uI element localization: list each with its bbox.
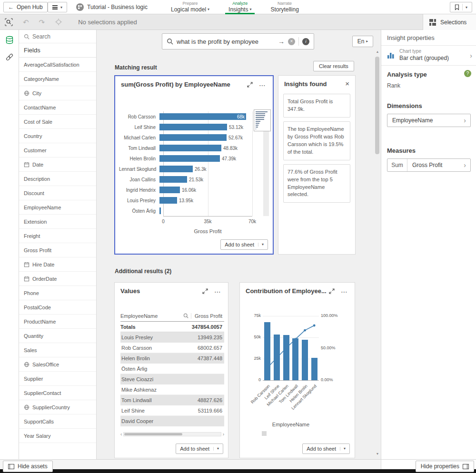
field-item[interactable]: Gross Profit [19, 243, 96, 257]
link-icon[interactable] [5, 53, 14, 61]
field-item[interactable]: ContactName [19, 100, 96, 115]
field-item[interactable]: Discount [19, 186, 96, 200]
bar[interactable] [159, 166, 193, 172]
field-item[interactable]: Customer [19, 143, 96, 158]
result-chart-card[interactable]: sum(Gross Profit) by EmployeeName ⋯ Rob … [114, 75, 274, 255]
field-item[interactable]: EmployeeName [19, 200, 96, 215]
field-item[interactable]: Extension [19, 215, 96, 229]
scrollbar-thumb[interactable] [375, 57, 379, 154]
bar[interactable] [159, 176, 187, 183]
tab-prepare[interactable]: Prepare Logical model▾ [168, 0, 213, 14]
table-row[interactable]: Louis Presley13949.235 [120, 332, 224, 343]
bar[interactable] [159, 187, 180, 193]
field-item[interactable]: SupportCalls [19, 414, 96, 429]
scroll-down-icon[interactable]: ▼ [375, 452, 380, 455]
scroll-right-icon[interactable]: › [223, 432, 224, 437]
field-item[interactable]: CategoryName [19, 72, 96, 86]
info-icon[interactable]: i [302, 38, 309, 45]
bar[interactable] [159, 155, 220, 162]
step-forward-icon[interactable]: ↷ [39, 19, 45, 26]
field-item[interactable]: SupplierCountry [19, 400, 96, 414]
field-item[interactable]: Sales [19, 343, 96, 357]
submit-arrow-icon[interactable]: → [278, 38, 285, 45]
field-item[interactable]: SalesOffice [19, 357, 96, 372]
table-row[interactable]: Steve Cioazzi [120, 374, 224, 384]
field-item[interactable]: Date [19, 158, 96, 172]
table-row[interactable]: David Cooper [120, 416, 224, 426]
assets-search-input[interactable] [32, 33, 91, 40]
app-info[interactable]: Tutorial - Business logic [76, 0, 148, 14]
insight-card[interactable]: The top EmployeeName by Gross Profit was… [283, 121, 350, 160]
bar[interactable] [159, 145, 221, 151]
horizontal-scrollbar[interactable]: ‹ › [120, 431, 224, 437]
field-item[interactable]: Cost of Sale [19, 115, 96, 129]
field-item[interactable]: PostalCode [19, 300, 96, 315]
add-to-sheet-button[interactable]: Add to sheet ▾ [302, 443, 350, 454]
scroll-left-icon[interactable]: ‹ [120, 432, 122, 437]
more-menu-icon[interactable]: ⋯ [259, 82, 266, 89]
field-item[interactable]: Year Salary [19, 429, 96, 443]
more-menu-icon[interactable]: ⋯ [214, 288, 221, 295]
smart-search-icon[interactable] [5, 18, 13, 26]
expand-icon[interactable] [329, 288, 335, 294]
selections-toggle[interactable]: Selections [423, 14, 476, 30]
language-button[interactable]: En ▸ [352, 36, 373, 47]
clear-results-button[interactable]: Clear results [313, 61, 354, 71]
clear-search-icon[interactable]: × [288, 38, 295, 45]
step-back-icon[interactable]: ↶ [23, 19, 29, 26]
field-item[interactable]: City [19, 86, 96, 100]
tab-analyze[interactable]: Analyze Insights▾ [225, 0, 255, 14]
bar[interactable] [159, 124, 227, 130]
field-item[interactable]: Hire Date [19, 257, 96, 272]
field-item[interactable]: OrderDate [19, 272, 96, 286]
legend-swatch[interactable] [262, 431, 267, 436]
close-icon[interactable]: × [345, 80, 349, 87]
table-row[interactable]: Mike Ashkenaz [120, 384, 224, 395]
field-item[interactable]: Quantity [19, 329, 96, 343]
bar[interactable] [159, 134, 227, 141]
measure-field[interactable]: Sum Gross Profit › [387, 158, 471, 172]
field-item[interactable]: SupplierContact [19, 386, 96, 400]
contribution-chart-card[interactable]: Contribution of Employee... ⋯ EmployeeNa… [239, 282, 355, 458]
fields-section-title[interactable]: Fields [19, 43, 96, 58]
vertical-scrollbar[interactable]: ▲ ▼ [375, 50, 380, 455]
table-row[interactable]: Tom Lindwall48827.626 [120, 395, 224, 405]
scrollbar-track[interactable] [123, 432, 221, 436]
add-to-sheet-button[interactable]: Add to sheet ▾ [220, 239, 268, 250]
help-icon[interactable]: ? [464, 70, 471, 77]
values-table-card[interactable]: Values ⋯ EmployeeName Gross Profit Total… [114, 282, 228, 458]
open-hub-button[interactable]: ← Open Hub [3, 2, 48, 12]
scrollbar-thumb[interactable] [124, 433, 182, 435]
table-row[interactable]: Leif Shine53119.666 [120, 405, 224, 416]
chart-type-row[interactable]: Chart type Bar chart (grouped) › [381, 46, 476, 66]
scroll-up-icon[interactable]: ▲ [375, 50, 380, 53]
hide-properties-button[interactable]: Hide properties [416, 461, 474, 472]
field-item[interactable]: ProductName [19, 315, 96, 329]
add-to-sheet-button[interactable]: Add to sheet ▾ [176, 443, 223, 454]
assets-database-icon[interactable] [5, 36, 14, 44]
tab-narrate[interactable]: Narrate Storytelling [267, 0, 302, 14]
expand-icon[interactable] [247, 82, 253, 88]
insight-card[interactable]: Total Gross Profit is 347.9k. [283, 94, 350, 118]
insight-card[interactable]: 77.6% of Gross Profit were from the top … [283, 164, 350, 203]
clear-selections-icon[interactable] [55, 18, 62, 26]
field-item[interactable]: Country [19, 129, 96, 143]
field-item[interactable]: Supplier [19, 372, 96, 386]
bar[interactable]: 68k [159, 113, 246, 120]
chart-minimap[interactable] [254, 109, 271, 131]
field-item[interactable]: AverageCallSatisfaction [19, 58, 96, 72]
field-item[interactable]: Phone [19, 286, 96, 300]
table-header[interactable]: EmployeeName Gross Profit [120, 310, 224, 322]
table-row[interactable]: Rob Carsson68002.657 [120, 343, 224, 353]
global-menu-button[interactable]: ▾ [48, 2, 67, 12]
bookmarks-button[interactable]: ▾ [450, 2, 472, 12]
hide-assets-button[interactable]: Hide assets [3, 461, 53, 472]
table-row[interactable]: Helen Brolin47387.448 [120, 353, 224, 364]
field-item[interactable]: Freight [19, 229, 96, 243]
dimension-field[interactable]: EmployeeName › [387, 114, 471, 127]
table-row[interactable]: Östen Ärlig [120, 364, 224, 374]
column-search-icon[interactable] [183, 313, 188, 318]
insight-search-input[interactable] [177, 38, 275, 45]
bar[interactable] [159, 207, 161, 214]
more-menu-icon[interactable]: ⋯ [341, 288, 348, 295]
